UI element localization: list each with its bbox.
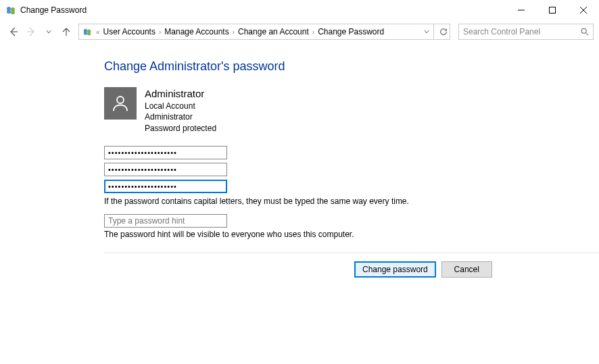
password-hint-input[interactable] xyxy=(104,214,227,228)
refresh-button[interactable] xyxy=(433,24,450,39)
user-name: Administrator xyxy=(145,87,216,101)
svg-rect-2 xyxy=(7,10,11,14)
svg-point-16 xyxy=(117,97,124,103)
breadcrumb-item[interactable]: Change an Account xyxy=(237,27,310,36)
minimize-button[interactable] xyxy=(506,0,537,20)
svg-point-14 xyxy=(581,28,586,33)
breadcrumb-item[interactable]: User Accounts xyxy=(102,27,157,36)
forward-button[interactable] xyxy=(23,24,39,40)
user-info: Administrator Local Account Administrato… xyxy=(145,87,216,134)
cancel-button[interactable]: Cancel xyxy=(441,261,492,278)
search-input[interactable] xyxy=(459,27,577,36)
chevron-right-icon[interactable]: › xyxy=(312,28,314,36)
hint-helper-text: The password hint will be visible to eve… xyxy=(104,230,599,239)
user-block: Administrator Local Account Administrato… xyxy=(104,87,599,134)
breadcrumb-item[interactable]: Change Password xyxy=(316,27,385,36)
breadcrumb-overflow[interactable]: « xyxy=(96,28,100,36)
user-protection: Password protected xyxy=(145,123,216,134)
button-row: Change password Cancel xyxy=(354,253,599,286)
maximize-button[interactable] xyxy=(537,0,568,20)
recent-dropdown[interactable] xyxy=(41,24,57,40)
svg-rect-5 xyxy=(550,7,556,14)
svg-rect-3 xyxy=(11,11,15,14)
current-password-input[interactable] xyxy=(104,146,227,159)
up-button[interactable] xyxy=(58,24,74,40)
confirm-password-input[interactable] xyxy=(104,180,227,193)
breadcrumb-item[interactable]: Manage Accounts xyxy=(163,27,230,36)
chevron-right-icon[interactable]: › xyxy=(233,28,235,36)
close-button[interactable] xyxy=(568,0,599,20)
window-controls xyxy=(506,0,599,20)
search-box[interactable] xyxy=(458,24,594,40)
svg-rect-13 xyxy=(87,32,91,35)
window-title: Change Password xyxy=(20,5,506,15)
page-title: Change Administrator's password xyxy=(104,59,599,74)
avatar xyxy=(104,87,137,120)
user-account-type: Local Account xyxy=(145,101,216,111)
change-password-button[interactable]: Change password xyxy=(354,261,436,278)
user-role: Administrator xyxy=(145,111,216,122)
breadcrumb: « User Accounts › Manage Accounts › Chan… xyxy=(79,26,420,37)
back-button[interactable] xyxy=(5,24,22,40)
search-icon[interactable] xyxy=(577,27,593,36)
svg-line-15 xyxy=(586,33,589,36)
address-dropdown[interactable] xyxy=(420,29,432,34)
chevron-right-icon[interactable]: › xyxy=(159,28,161,36)
caps-helper-text: If the password contains capital letters… xyxy=(104,197,599,206)
navbar: « User Accounts › Manage Accounts › Chan… xyxy=(0,20,599,43)
breadcrumb-icon xyxy=(82,26,93,37)
app-icon xyxy=(5,5,16,16)
new-password-input[interactable] xyxy=(104,163,227,176)
content-area: Change Administrator's password Administ… xyxy=(0,43,599,286)
titlebar: Change Password xyxy=(0,0,599,20)
address-bar[interactable]: « User Accounts › Manage Accounts › Chan… xyxy=(78,24,450,40)
svg-rect-12 xyxy=(84,32,87,34)
